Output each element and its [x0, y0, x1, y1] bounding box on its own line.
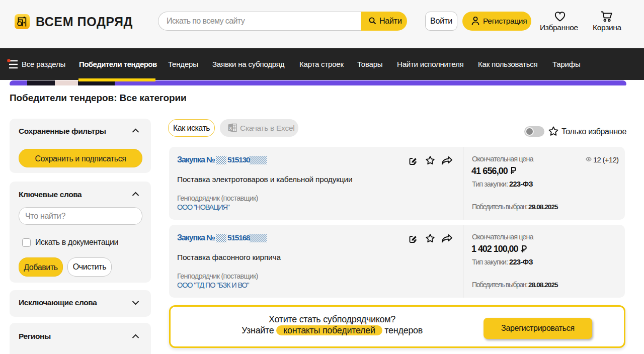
svg-text:X: X [229, 126, 232, 131]
